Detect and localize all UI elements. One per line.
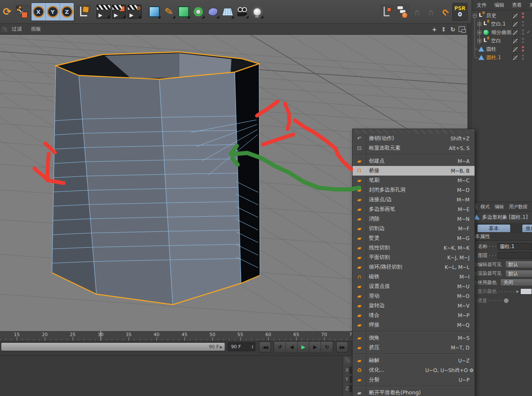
visibility-dots[interactable] [522,46,524,52]
render-view-button[interactable]: ▶ [96,5,111,19]
visibility-dot[interactable] [522,38,524,40]
tree-expander[interactable]: + [478,22,481,26]
visibility-dot[interactable] [522,49,524,52]
tree-expander[interactable]: + [478,39,481,43]
object-manager-menu-item-2[interactable]: 查看 [508,2,526,9]
transport-play-forward-button[interactable]: ▶ [298,342,309,353]
attr-input-图层[interactable] [498,252,532,259]
menu-item-polygon-pen[interactable]: ▰多边形画笔M~E [353,204,475,214]
tree-row-历史[interactable]: −L0历史 [472,11,532,20]
attr-dropdown-渲染器可见[interactable]: 默认 [505,270,532,277]
attribute-menu-item-1[interactable]: 编辑 [492,204,506,210]
menu-item-weld[interactable]: ▰焊接M~Q [353,320,475,330]
viewport-menu-item-0[interactable]: 过滤 [7,26,26,33]
visibility-dots[interactable] [522,38,524,43]
z-axis-button[interactable]: Z [60,3,74,21]
visibility-dot[interactable] [522,58,524,60]
layer-swatch[interactable] [512,47,518,52]
layer-swatch[interactable] [512,55,518,61]
tree-expander[interactable]: + [478,31,481,34]
x-axis-button[interactable]: X [31,3,46,21]
material-manager-panel[interactable] [0,355,343,396]
deformers-button[interactable] [192,5,205,19]
tab-basic[interactable]: 基本 [477,224,511,232]
tree-row-空白.1[interactable]: +L0空白.1 [472,20,532,28]
primitive-cube-button[interactable] [148,5,161,19]
snap-3d-button-disabled[interactable]: ∩ [411,4,423,19]
menu-item-cut-edge[interactable]: ▰切割边M~F [353,224,475,233]
object-manager-menu-item-3[interactable]: 对象 [526,2,532,9]
light-button[interactable] [250,5,264,19]
menu-item-connect-points-edges[interactable]: ▰连接点/边M~M [353,195,475,204]
object-manager-menu-item-1[interactable]: 编辑 [490,2,508,9]
visibility-dot[interactable] [522,24,524,26]
object-manager-menu-item-0[interactable]: 文件 [473,2,490,9]
tree-row-空白[interactable]: +L0空白 [472,36,532,45]
visibility-dot[interactable] [522,21,524,23]
transport-next-key-button[interactable]: ↻ [321,342,333,353]
timeline-range-slider[interactable]: 90 F ▶ [1,342,225,351]
transport-next-frame-button[interactable]: ▶ [309,342,321,353]
transfer-tool-button[interactable] [395,4,410,19]
coordinate-system-button[interactable] [76,4,91,19]
layer-swatch[interactable] [512,38,518,44]
tree-row-细分曲面.1[interactable]: +细分曲面.1✓ [472,28,532,36]
visibility-dots[interactable] [522,29,524,35]
menu-item-undo[interactable]: ↶撤销(动作)Shift+Z [353,134,475,143]
menu-item-set-point-value[interactable]: ▰设置点值M~U [353,282,475,291]
visibility-dot[interactable] [522,29,524,31]
attr-dropdown-使用颜色[interactable]: 关闭 [500,279,532,286]
transport-goto-start-button[interactable]: ◀◀ [259,342,271,353]
menu-item-create-point[interactable]: ▰创建点M~A [353,156,475,166]
menu-item-slide[interactable]: ▰滑动M~O [353,291,475,301]
visibility-dot[interactable] [522,33,524,35]
attr-dropdown-编辑器可见[interactable]: 默认 [505,261,532,268]
spline-pen-button[interactable]: ✎ [162,5,176,19]
render-to-picture-button[interactable]: ▶ [112,5,126,19]
menu-item-bevel[interactable]: ▰倒角M~S [353,333,475,343]
menu-item-dissolve[interactable]: ▰消除M~N [353,214,475,224]
menu-item-melt[interactable]: ▰融解U~Z [353,356,475,365]
camera-button[interactable] [236,5,249,19]
visibility-dot[interactable] [522,46,524,48]
color-swatch[interactable] [520,288,532,295]
menu-item-split[interactable]: ▰分裂U~P [353,375,475,385]
live-selection-icon[interactable]: ↘ [15,4,29,19]
tab-coordinates[interactable]: 坐标 [522,224,532,232]
generators-button[interactable] [177,5,190,19]
visibility-dot[interactable] [522,16,524,18]
rotate-tool-icon[interactable]: ⟳ [1,4,13,19]
expand-arrow-icon[interactable]: ▶ [516,290,519,293]
layer-swatch[interactable] [512,13,518,19]
workplane-button[interactable] [380,4,394,19]
visibility-dots[interactable] [522,13,524,18]
y-axis-button[interactable]: Y [46,3,60,21]
menu-item-bridge[interactable]: Π桥接M~B, B [353,166,475,176]
transport-previous-frame-button[interactable]: ◀ [286,342,298,353]
xray-toggle[interactable] [503,298,509,303]
menu-item-stitch-sew[interactable]: ▰缝合M~P [353,311,475,320]
visibility-dot[interactable] [522,13,524,15]
current-frame-field[interactable]: 90 F ▴ ▾ [228,342,255,351]
menu-item-frame-selected[interactable]: ⊡框显选取元素Alt+S, S [353,143,475,153]
enabled-check-icon[interactable]: ✓ [527,29,531,35]
menu-item-brush[interactable]: ▰笔刷M~C [353,176,475,185]
menu-item-line-cut[interactable]: ▰线性切割K~K, M~K [353,243,475,253]
layer-swatch[interactable] [512,21,518,27]
transport-previous-key-button[interactable]: ↺ [274,342,286,353]
menu-item-iron[interactable]: ▰熨烫M~G [353,233,475,243]
environment-button[interactable] [221,5,234,19]
volume-button[interactable] [206,5,220,19]
pan-view-icon[interactable]: + [431,26,438,33]
visibility-dots[interactable] [522,21,524,26]
menu-item-plane-cut[interactable]: ▰平面切割K~J, M~J [353,253,475,262]
tree-row-圆柱.1[interactable]: 圆柱.1 [472,53,532,62]
gear-icon[interactable]: ⚙ [469,368,474,373]
attribute-menu-item-2[interactable]: 用户数据 [506,204,530,210]
render-settings-button[interactable]: ⚙▶ [127,5,142,19]
viewport-menu-item-1[interactable]: 面板 [26,26,46,33]
menu-item-rotate-edge[interactable]: ▰旋转边M~V [353,301,475,311]
tree-expander[interactable]: − [473,14,477,18]
quantize-psr-button[interactable]: PSR 0 [452,3,467,21]
toggle-view-icon[interactable] [459,26,465,32]
